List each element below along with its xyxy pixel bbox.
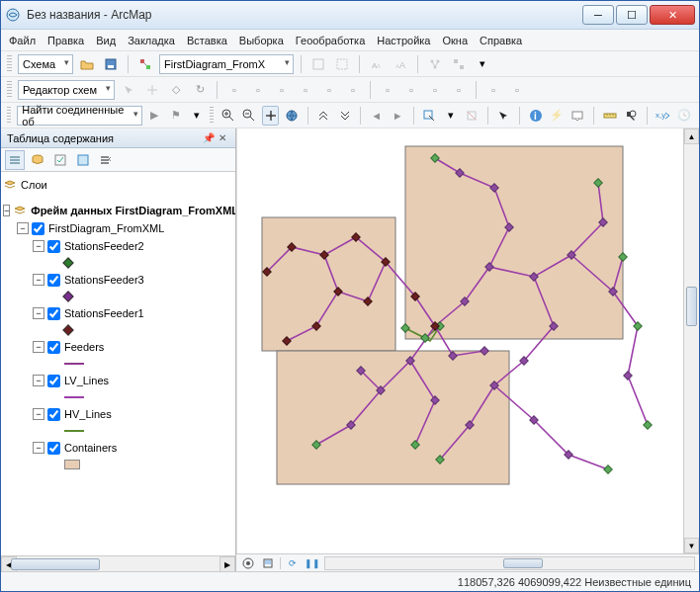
menu-help[interactable]: Справка	[480, 35, 522, 46]
menu-view[interactable]: Вид	[96, 35, 116, 46]
layer-visibility-checkbox[interactable]	[47, 375, 60, 387]
time-slider-icon[interactable]: 🕓	[676, 106, 693, 126]
toolbar-grip[interactable]	[210, 107, 214, 125]
menu-windows[interactable]: Окна	[442, 35, 468, 46]
layer-visibility-checkbox[interactable]	[47, 408, 60, 421]
save-diagram-icon[interactable]	[101, 54, 121, 74]
layer-visibility-checkbox[interactable]	[47, 274, 60, 287]
tree-layer[interactable]: −Containers	[3, 439, 233, 457]
menu-customize[interactable]: Настройка	[377, 35, 430, 46]
collapse-icon[interactable]: −	[33, 408, 44, 420]
identify-icon[interactable]: i	[527, 106, 544, 126]
clear-selection-icon[interactable]	[464, 106, 481, 126]
prev-extent-icon[interactable]: ◄	[368, 106, 385, 126]
refresh-icon[interactable]: ⟳	[285, 555, 301, 571]
align-left-icon[interactable]: ▫	[378, 80, 397, 100]
tree-layer[interactable]: −StationsFeeder2	[3, 237, 233, 255]
edit-select-icon[interactable]	[119, 80, 138, 100]
tree-layer[interactable]: −LV_Lines	[3, 372, 233, 389]
map-canvas[interactable]: ▲ ▼	[236, 128, 699, 553]
open-folder-icon[interactable]	[77, 54, 97, 74]
find-icon[interactable]	[622, 106, 639, 126]
scrollbar-thumb[interactable]	[686, 287, 697, 326]
fixed-zoomin-icon[interactable]	[314, 106, 331, 126]
edit-move-icon[interactable]	[142, 80, 162, 100]
tree-layer[interactable]: −StationsFeeder1	[3, 304, 233, 322]
layer-visibility-checkbox[interactable]	[47, 307, 60, 320]
close-panel-icon[interactable]: ✕	[216, 131, 229, 145]
toolbar-grip[interactable]	[7, 81, 12, 99]
data-view-icon[interactable]	[240, 555, 256, 571]
html-popup-icon[interactable]	[569, 106, 586, 126]
toc-list-by-drawing-order-icon[interactable]	[5, 150, 25, 170]
full-extent-icon[interactable]	[283, 106, 300, 126]
toc-options-icon[interactable]	[96, 150, 116, 170]
diagram-generate-icon[interactable]	[135, 54, 155, 74]
scrollbar-thumb[interactable]	[503, 558, 543, 568]
menu-insert[interactable]: Вставка	[187, 35, 227, 46]
tree-layers-root[interactable]: Слои	[3, 176, 233, 194]
tool-d-icon[interactable]: ▫	[296, 80, 315, 100]
close-button[interactable]: ✕	[650, 5, 695, 25]
scroll-down-icon[interactable]: ▼	[684, 538, 699, 553]
update-diagram-icon[interactable]	[308, 54, 328, 74]
tool-c-icon[interactable]: ▫	[272, 80, 292, 100]
goto-xy-icon[interactable]: x,y	[655, 106, 672, 126]
select-elements-icon[interactable]	[495, 106, 512, 126]
zoom-in-icon[interactable]	[219, 106, 236, 126]
toc-list-by-visibility-icon[interactable]	[50, 150, 70, 170]
map-vertical-scrollbar[interactable]: ▲ ▼	[683, 128, 699, 553]
toolbar-grip[interactable]	[7, 107, 11, 125]
collapse-icon[interactable]: −	[33, 442, 44, 454]
diagram-combo[interactable]: FirstDiagram_FromX	[159, 54, 294, 74]
select-features-icon[interactable]	[421, 106, 438, 126]
toc-list-by-selection-icon[interactable]	[73, 150, 93, 170]
collapse-icon[interactable]: −	[33, 341, 44, 353]
collapse-icon[interactable]: −	[3, 205, 10, 216]
align-center-icon[interactable]: ▫	[401, 80, 421, 100]
menu-edit[interactable]: Правка	[47, 35, 84, 46]
map-horizontal-scrollbar[interactable]	[324, 556, 695, 570]
scroll-right-icon[interactable]: ▶	[219, 556, 235, 571]
decrease-symbol-icon[interactable]: AA	[367, 54, 387, 74]
pin-icon[interactable]: 📌	[202, 131, 216, 145]
collapse-icon[interactable]: −	[33, 274, 44, 286]
measure-icon[interactable]	[601, 106, 618, 126]
menu-geoprocessing[interactable]: Геообработка	[296, 35, 366, 46]
layout-view-icon[interactable]	[260, 555, 276, 571]
scrollbar-thumb[interactable]	[11, 558, 100, 570]
trace-flag-icon[interactable]: ⚑	[167, 106, 184, 126]
layout-tree-icon[interactable]	[425, 54, 445, 74]
toc-horizontal-scrollbar[interactable]: ◀ ▶	[1, 555, 235, 571]
fixed-zoomout-icon[interactable]	[336, 106, 353, 126]
menu-bookmark[interactable]: Закладка	[128, 35, 175, 46]
menu-selection[interactable]: Выборка	[239, 35, 284, 46]
collapse-icon[interactable]: −	[17, 222, 29, 234]
toolbar-grip[interactable]	[7, 55, 12, 73]
layout-task-icon[interactable]	[449, 54, 469, 74]
tree-layer[interactable]: −HV_Lines	[3, 405, 233, 423]
zoom-out-icon[interactable]	[240, 106, 257, 126]
tool-e-icon[interactable]: ▫	[319, 80, 339, 100]
collapse-icon[interactable]: −	[33, 375, 44, 386]
collapse-icon[interactable]: −	[33, 307, 44, 319]
maximize-button[interactable]: ☐	[616, 5, 648, 25]
tree-dataframe[interactable]: − Фрейм данных FirstDiagram_FromXML	[3, 202, 233, 219]
trace-combo[interactable]: Найти соединенные об	[17, 106, 141, 126]
align-right-icon[interactable]: ▫	[425, 80, 445, 100]
distribute-icon[interactable]: ▫	[449, 80, 469, 100]
edit-vertex-icon[interactable]: ◇	[166, 80, 186, 100]
scroll-up-icon[interactable]: ▲	[684, 128, 699, 144]
tree-layer[interactable]: −Feeders	[3, 338, 233, 356]
trace-options-icon[interactable]: ▾	[188, 106, 205, 126]
tool-f-icon[interactable]: ▫	[343, 80, 363, 100]
tool-b-icon[interactable]: ▫	[248, 80, 268, 100]
pause-draw-icon[interactable]: ❚❚	[305, 555, 320, 571]
edit-rotate-icon[interactable]: ↻	[190, 80, 210, 100]
hyperlink-icon[interactable]: ⚡	[548, 106, 565, 126]
schema-dropdown[interactable]: Схема	[18, 54, 73, 74]
select-dropdown-icon[interactable]: ▾	[442, 106, 459, 126]
remove-icon[interactable]: ▫	[483, 80, 503, 100]
layer-visibility-checkbox[interactable]	[47, 341, 60, 354]
next-extent-icon[interactable]: ►	[389, 106, 405, 126]
